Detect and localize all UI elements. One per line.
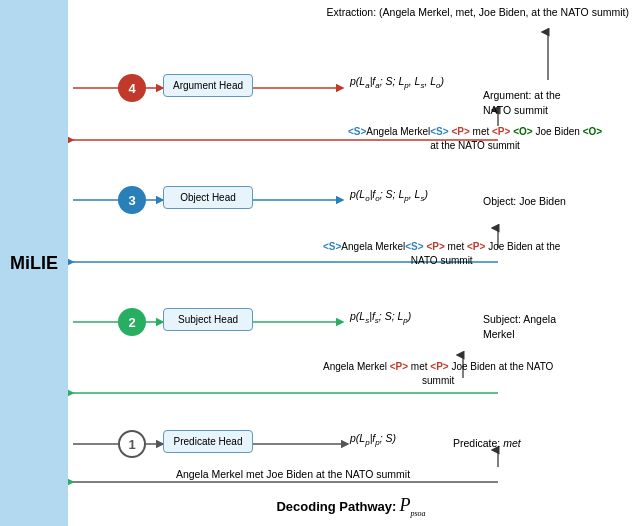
content: Extraction: (Angela Merkel, met, Joe Bid… [68,0,634,526]
sidebar-label: MiLIE [10,253,58,274]
result-step3: Object: Joe Biden [483,194,566,209]
main-container: MiLIE [0,0,634,526]
formula-step3: p(Lo|fo; S; Lp, Ls) [350,188,428,203]
formula-step2: p(Ls|fs; S; Lp) [350,310,411,325]
formula-step4: p(La|fa; S; Lp, Ls, Lo) [350,75,444,90]
sentence-s3: <S>Angela Merkel<S> <P> met <P> Joe Bide… [323,240,560,268]
badge-3: 3 [118,186,146,214]
badge-4: 4 [118,74,146,102]
predicate-head-box: Predicate Head [163,430,253,453]
sidebar: MiLIE [0,0,68,526]
extraction-label: Extraction: (Angela Merkel, met, Joe Bid… [327,6,629,18]
badge-2: 2 [118,308,146,336]
subject-head-box: Subject Head [163,308,253,331]
formula-step1: p(Lp|fp; S) [350,432,396,447]
decoding-formula: Ppsoa [399,495,425,515]
decoding-label: Decoding Pathway: [276,499,396,514]
sentence-s4: <S>Angela Merkel<S> <P> met <P> <O> Joe … [348,125,602,153]
sentence-s2: Angela Merkel <P> met <P> Joe Biden at t… [323,360,553,388]
result-step4: Argument: at theNATO summit [483,88,561,117]
badge-1: 1 [118,430,146,458]
result-step1: Predicate: met [453,436,521,451]
result-step2: Subject: AngelaMerkel [483,312,556,341]
input-sentence: Angela Merkel met Joe Biden at the NATO … [78,468,508,480]
argument-head-box: Argument Head [163,74,253,97]
object-head-box: Object Head [163,186,253,209]
extraction-text: Extraction: (Angela Merkel, met, Joe Bid… [327,5,629,20]
decoding-section: Decoding Pathway: Ppsoa [78,495,624,518]
